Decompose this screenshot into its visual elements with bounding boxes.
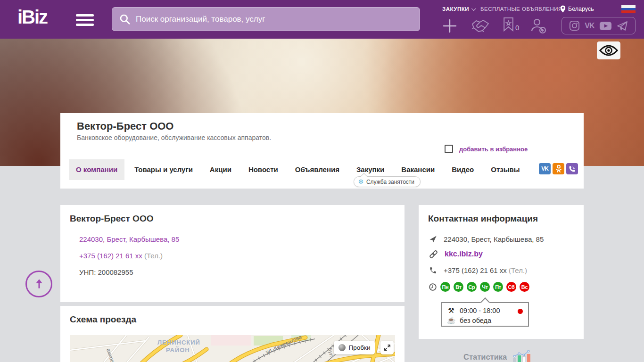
day-sun[interactable]: Вс xyxy=(520,282,529,292)
about-phone-link[interactable]: +375 (162) 21 61 xx xyxy=(79,252,142,260)
company-header-card: Вектор-Брест ООО Банковское оборудование… xyxy=(60,113,584,189)
search-input[interactable] xyxy=(136,15,400,24)
chevron-down-icon xyxy=(471,6,476,11)
contact-phone-note: (Тел.) xyxy=(509,266,527,274)
day-mon[interactable]: Пн xyxy=(440,282,450,292)
language-flag-ru[interactable] xyxy=(621,5,636,13)
favorites-checkbox[interactable] xyxy=(445,145,453,153)
telegram-icon[interactable] xyxy=(617,21,628,31)
search-bar xyxy=(112,7,420,31)
company-description: Банковское оборудование, обслуживание ка… xyxy=(77,134,271,141)
tab-news[interactable]: Новости xyxy=(241,159,285,180)
about-title: Вектор-Брест ООО xyxy=(70,214,153,224)
tab-video[interactable]: Видео xyxy=(445,159,481,180)
menu-zakupki[interactable]: ЗАКУПКИ xyxy=(442,6,475,12)
add-plus-icon[interactable] xyxy=(443,19,457,33)
map-district-label-2: РАЙОН xyxy=(166,346,190,354)
ibiz-logo[interactable]: iBiz xyxy=(17,7,47,28)
company-website-link[interactable]: kkc.ibiz.by xyxy=(445,250,483,258)
contact-info-card: Контактная информация 224030, Брест, Кар… xyxy=(419,205,584,339)
snowflake-icon: ❆ xyxy=(358,178,363,185)
lunch-note: без обеда xyxy=(460,317,491,324)
company-name: Вектор-Брест ООО xyxy=(77,120,173,132)
company-social-buttons: VK xyxy=(539,163,578,174)
employment-service-badge: ❆ Служба занятости xyxy=(354,176,421,187)
youtube-icon[interactable] xyxy=(599,21,612,31)
contact-title: Контактная информация xyxy=(428,214,538,224)
vk-share-button[interactable]: VK xyxy=(539,163,551,174)
day-tue[interactable]: Вт xyxy=(454,282,463,292)
clock-icon xyxy=(429,283,437,291)
navigation-arrow-icon xyxy=(429,235,437,243)
bookmarks-icon[interactable] xyxy=(503,17,514,32)
instagram-icon[interactable] xyxy=(569,20,580,31)
add-to-favorites[interactable]: добавить в избранное xyxy=(445,145,528,153)
vk-icon[interactable]: VK xyxy=(585,22,594,30)
search-icon xyxy=(119,13,131,25)
tab-products[interactable]: Товары и услуги xyxy=(127,159,200,180)
map-fullscreen-button[interactable] xyxy=(380,341,394,354)
bar-chart-icon xyxy=(511,350,534,362)
country-selector[interactable]: Беларусь xyxy=(560,5,594,13)
working-hours: 09:00 - 18:00 xyxy=(460,307,500,314)
handshake-partners-icon[interactable] xyxy=(471,18,490,33)
tab-promotions[interactable]: Акции xyxy=(203,159,239,180)
statistics-label: Статистика xyxy=(463,353,507,362)
about-card: Вектор-Брест ООО 224030, Брест, Карбышев… xyxy=(60,205,405,302)
contact-phone[interactable]: +375 (162) 21 61 xx xyxy=(444,266,507,274)
traffic-indicator-icon xyxy=(339,344,346,351)
hamburger-menu-icon[interactable] xyxy=(76,14,94,26)
day-sat[interactable]: Сб xyxy=(506,282,516,292)
work-tools-icon: ⚒ xyxy=(447,306,455,315)
lunch-cup-icon: ☕ xyxy=(447,316,455,325)
link-icon xyxy=(429,250,438,259)
ok-share-button[interactable] xyxy=(553,163,564,174)
day-thu[interactable]: Чт xyxy=(480,282,490,292)
day-fri[interactable]: Пт xyxy=(493,282,503,292)
map-card: Схема проезда xyxy=(60,306,405,362)
top-header: iBiz ЗАКУПКИ БЕСПЛАТНЫЕ ОБЪЯВЛЕНИЯ Белар… xyxy=(0,0,644,39)
favorites-label: добавить в избранное xyxy=(459,146,528,153)
map-district-label-1: ЛЕНИНСКИЙ xyxy=(157,339,200,346)
statistics-section[interactable]: Статистика xyxy=(463,350,534,362)
scroll-to-top-button[interactable] xyxy=(25,271,52,297)
closed-now-indicator xyxy=(518,309,523,314)
viber-button[interactable] xyxy=(566,163,578,174)
map-title: Схема проезда xyxy=(70,314,136,325)
tab-ads[interactable]: Объявления xyxy=(288,159,347,180)
day-wed[interactable]: Ср xyxy=(467,282,477,292)
add-user-icon[interactable] xyxy=(530,18,547,34)
location-pin-icon xyxy=(560,5,566,13)
working-days: Пн Вт Ср Чт Пт Сб Вс xyxy=(440,282,529,292)
company-tabs: О компании Товары и услуги Акции Новости… xyxy=(69,159,530,180)
bookmarks-count: 0 xyxy=(515,24,519,32)
tab-reviews[interactable]: Отзывы xyxy=(484,159,527,180)
menu-free-ads[interactable]: БЕСПЛАТНЫЕ ОБЪЯВЛЕНИЯ xyxy=(480,6,562,12)
header-social-links: VK xyxy=(561,17,636,34)
contact-address: 224030, Брест, Карбышева, 85 xyxy=(444,235,544,243)
about-address-link[interactable]: 224030, Брест, Карбышева, 85 xyxy=(79,235,179,243)
phone-icon xyxy=(429,266,437,274)
city-map[interactable]: ЛЕНИНСКИЙ РАЙОН ул. Кижеватова амковская… xyxy=(70,335,395,362)
traffic-toggle-button[interactable]: Пробки xyxy=(334,341,375,354)
tab-about[interactable]: О компании xyxy=(69,159,124,180)
company-unp: УНП: 200082955 xyxy=(79,268,133,276)
accessibility-eye-button[interactable] xyxy=(597,41,620,59)
phone-note: (Тел.) xyxy=(144,252,163,260)
